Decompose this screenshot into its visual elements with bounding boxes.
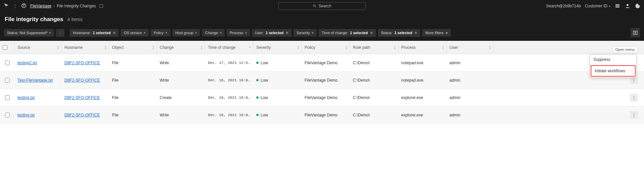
cell-user: admin <box>447 78 494 83</box>
cell-severity: Low <box>254 61 302 65</box>
table-row: testing2.txtD8F2-SFO-OFFICEFileWriteDec.… <box>0 54 644 72</box>
bookmark-icon[interactable]: ☐ <box>99 3 104 9</box>
header-hostname[interactable]: Hostname▴▾ <box>62 41 109 54</box>
cell-rulepath: C:\Demo\ <box>350 113 398 117</box>
close-icon[interactable]: ✕ <box>414 31 417 35</box>
cell-process: explorer.exe <box>398 95 447 100</box>
filter-chip[interactable]: Change▾ <box>202 29 225 36</box>
hostname-link[interactable]: D8F2-SFO-OFFICE <box>64 78 100 83</box>
cell-source: testing.txt <box>15 113 62 117</box>
cell-rulepath: C:\Demo\ <box>350 78 398 83</box>
source-link[interactable]: testing.txt <box>17 95 35 100</box>
dark-mode-icon[interactable] <box>635 3 641 9</box>
filter-chip[interactable]: Status: 1 selected✕ <box>378 29 420 37</box>
cell-source: Test-FileVantage.txt <box>15 78 62 83</box>
filter-chip[interactable]: Severity▾ <box>293 29 317 36</box>
page-header: File integrity changes 4 items <box>0 12 644 26</box>
close-icon[interactable]: ✕ <box>370 31 373 35</box>
cell-hostname: D8F2-SFO-OFFICE <box>62 95 109 100</box>
cell-change: Write <box>157 113 205 117</box>
cell-time: Dec. 16, 2021 18:0… <box>205 96 254 100</box>
breadcrumb: FileVantage › File Integrity Changes <box>30 4 96 8</box>
cell-change: Write <box>157 78 205 83</box>
header-rulepath[interactable]: Rule path▴▾ <box>350 41 398 54</box>
filter-chip[interactable]: Time of change: 1 selected✕ <box>319 29 376 37</box>
row-checkbox[interactable] <box>0 113 15 117</box>
row-checkbox[interactable] <box>0 78 15 83</box>
hostname-link[interactable]: D8F2-SFO-OFFICE <box>64 61 100 65</box>
header-severity[interactable]: Severity▴▾ <box>254 41 302 54</box>
header-time[interactable]: Time of change▾ <box>205 41 254 54</box>
cell-change: Write <box>157 61 205 65</box>
header-source[interactable]: Source▴▾ <box>15 41 62 54</box>
filter-chip[interactable]: OS version▾ <box>121 29 149 36</box>
global-search-input[interactable]: Search <box>278 2 366 10</box>
table-row: testing.txtD8F2-SFO-OFFICEFileCreateDec.… <box>0 89 644 106</box>
filter-status-primary[interactable]: Status: Not Suppressed*▾ <box>4 29 54 36</box>
page-title: File integrity changes <box>5 16 63 23</box>
svg-point-1 <box>313 5 315 7</box>
customer-id-dropdown[interactable]: Customer ID▾ <box>585 4 610 8</box>
close-icon[interactable]: ✕ <box>285 31 288 35</box>
filter-kebab-button[interactable]: ⋮ <box>56 29 64 37</box>
row-actions-button[interactable]: ⋮ <box>630 111 638 119</box>
table-row: testing.txtD8F2-SFO-OFFICEFileWriteDec. … <box>0 106 644 124</box>
cell-change: Create <box>157 95 205 100</box>
cell-user: admin <box>447 95 494 100</box>
menu-item-suppress[interactable]: Suppress <box>590 55 636 65</box>
cell-source: testing.txt <box>15 95 62 100</box>
cell-object: File <box>109 95 157 100</box>
cell-user: admin <box>447 113 494 117</box>
row-checkbox[interactable] <box>0 95 15 100</box>
cell-policy: FileVantage Demo <box>302 78 350 83</box>
cell-object: File <box>109 113 157 117</box>
cell-actions: ⋮ <box>624 111 644 119</box>
header-change[interactable]: Change▴▾ <box>157 41 205 54</box>
header-policy[interactable]: Policy▴▾ <box>302 41 350 54</box>
cell-rulepath: C:\Demo\ <box>350 95 398 100</box>
filter-chip[interactable]: User: 1 selected✕ <box>252 29 291 37</box>
app-aperture-icon[interactable] <box>21 3 27 10</box>
hostname-link[interactable]: D8F2-SFO-OFFICE <box>64 95 100 100</box>
header-process[interactable]: Process▴▾ <box>398 41 447 54</box>
falcon-logo-icon[interactable] <box>3 3 9 10</box>
cell-policy: FileVantage Demo <box>302 113 350 117</box>
cell-rulepath: C:\Demo\ <box>350 61 398 65</box>
filter-bar: Status: Not Suppressed*▾ ⋮ Hostname: 1 s… <box>0 26 644 41</box>
filter-chip[interactable]: Process▾ <box>227 29 250 36</box>
row-actions-button[interactable]: ⋮ <box>630 94 638 102</box>
svg-line-2 <box>315 7 316 8</box>
menu-item-initiate-workflows[interactable]: Initiate workflows <box>591 65 636 77</box>
cell-time: Dec. 16, 2021 18:0… <box>205 78 254 82</box>
open-menu-tooltip: Open menu <box>612 46 638 53</box>
header-user[interactable]: User▴▾ <box>447 41 494 54</box>
header-checkbox[interactable] <box>0 41 15 54</box>
filter-chip[interactable]: Policy▾ <box>151 29 170 36</box>
row-checkbox[interactable] <box>0 61 15 65</box>
source-link[interactable]: testing2.txt <box>17 61 37 65</box>
nav-kebab-icon[interactable]: ⋮ <box>13 4 17 8</box>
cell-process: notepad.exe <box>398 61 447 65</box>
cell-user: admin <box>447 61 494 65</box>
filter-chip[interactable]: Host group▾ <box>172 29 200 36</box>
cell-severity: Low <box>254 95 302 100</box>
source-link[interactable]: Test-FileVantage.txt <box>17 78 53 83</box>
more-filters-button[interactable]: More filters+ <box>422 29 451 36</box>
hostname-link[interactable]: D8F2-SFO-OFFICE <box>64 113 100 117</box>
svg-point-6 <box>627 4 629 6</box>
svg-rect-3 <box>615 4 620 5</box>
cell-source: testing2.txt <box>15 61 62 65</box>
columns-config-button[interactable] <box>631 28 640 37</box>
breadcrumb-current: File Integrity Changes <box>57 4 96 8</box>
svg-rect-8 <box>636 31 637 35</box>
close-icon[interactable]: ✕ <box>113 31 116 35</box>
cell-object: File <box>109 78 157 83</box>
cell-process: notepad.exe <box>398 78 447 83</box>
header-object[interactable]: Object▴▾ <box>109 41 157 54</box>
row-context-menu: Open menu Suppress Initiate workflows <box>590 54 637 78</box>
source-link[interactable]: testing.txt <box>17 113 35 117</box>
profile-icon[interactable] <box>625 3 631 9</box>
breadcrumb-app-link[interactable]: FileVantage <box>30 4 51 8</box>
stack-icon[interactable] <box>614 3 621 9</box>
filter-chip[interactable]: Hostname: 1 selected✕ <box>70 29 118 37</box>
